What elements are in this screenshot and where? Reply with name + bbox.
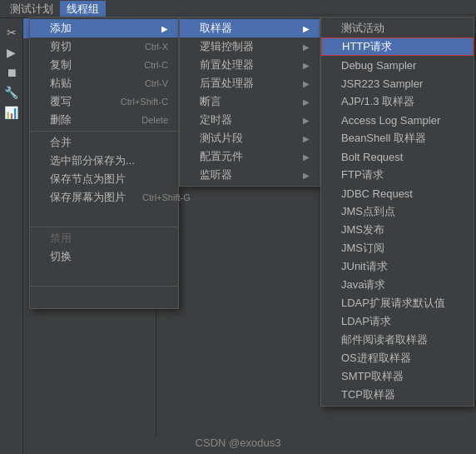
menu-l2-arrow-2: ▶ [303,61,310,70]
menu-l1-item-disable[interactable]: 切换 [30,247,178,266]
menu-l1-item-overwrite[interactable]: 覆写 Ctrl+Shift-C [30,92,178,111]
menu-l3-item-smtp[interactable]: SMTP取样器 [321,367,474,386]
menu-l2-arrow-4: ▶ [303,97,310,107]
menubar-item-0[interactable]: 测试计划 [3,1,60,17]
menu-l1-item-paste[interactable]: 粘贴 Ctrl-V [30,74,178,92]
toolbar-chart-icon[interactable]: 📊 [2,103,21,122]
menu-l2-item-pre[interactable]: 前置处理器 ▶ [180,56,320,74]
context-menu-l2: 取样器 ▶ 逻辑控制器 ▶ 前置处理器 ▶ 后置处理器 ▶ 断言 ▶ 定时器 ▶… [179,17,320,187]
menu-l1-item-help[interactable] [30,288,178,307]
menu-l3-item-ldap-ext[interactable]: LDAP扩展请求默认值 [321,294,474,312]
menu-l2-arrow-0: ▶ [303,24,310,33]
menu-l2-item-listener[interactable]: 监听器 ▶ [180,166,320,184]
menu-l3-item-java[interactable]: Java请求 [321,276,474,294]
menubar-item-1[interactable]: 线程组 [60,1,106,17]
menu-l2-arrow-7: ▶ [303,152,310,162]
toolbar-cut-icon[interactable]: ✂ [2,23,21,42]
menu-l2-item-assert[interactable]: 断言 ▶ [180,92,320,111]
toolbar-stop-icon[interactable]: ⏹ [2,63,21,82]
menu-l2-item-sampler[interactable]: 取样器 ▶ [180,19,320,37]
app-background: 测试计划 测试计划 线程组 ⚙ ✂ ▶ ⏹ 🔧 📊 ⚙ 线程组 ⚙ 线程组 线程… [0,0,476,454]
menu-l3-item-testaction[interactable]: 测试活动 [321,19,474,37]
menu-l3-item-jdbc[interactable]: JDBC Request [321,184,474,202]
menu-l3-item-beanshell[interactable]: BeanShell 取样器 [321,129,474,147]
watermark: CSDN @exodus3 [196,437,281,449]
menu-l2-item-timer[interactable]: 定时器 ▶ [180,111,320,129]
menu-l2-item-config[interactable]: 配置元件 ▶ [180,147,320,166]
menu-l1-item-copy[interactable]: 复制 Ctrl-C [30,56,178,74]
menu-l3-item-jsr223[interactable]: JSR223 Sampler [321,74,474,92]
left-toolbar: ⚙ ✂ ▶ ⏹ 🔧 📊 [0,0,23,454]
context-menu-l3: 测试活动 HTTP请求 Debug Sampler JSR223 Sampler… [320,17,474,407]
menu-l2-arrow-3: ▶ [303,79,310,88]
menu-l3-item-os[interactable]: OS进程取样器 [321,349,474,367]
menu-l2-item-logic[interactable]: 逻辑控制器 ▶ [180,37,320,56]
menu-l2-arrow-8: ▶ [303,171,310,180]
menu-l1-item-open[interactable]: 合并 [30,133,178,152]
menu-l1-separator-2 [30,227,178,227]
toolbar-tool-icon[interactable]: 🔧 [2,83,21,102]
menu-l1-item-save-node-img[interactable]: 保存屏幕为图片 Ctrl+Shift-G [30,188,178,207]
menu-l3-item-ldap[interactable]: LDAP请求 [321,312,474,331]
menu-l3-item-ajp[interactable]: AJP/1.3 取样器 [321,92,474,111]
menu-l1-separator-1 [30,131,178,132]
menu-l1-item-save-selected[interactable]: 保存节点为图片 [30,170,178,188]
menu-l1-item-cut[interactable]: 剪切 Ctrl-X [30,37,178,56]
menu-l3-item-http[interactable]: HTTP请求 [321,37,474,56]
menu-l1-item-enable: 禁用 [30,229,178,247]
menu-l3-item-bolt[interactable]: Bolt Request [321,147,474,166]
menu-l2-arrow-1: ▶ [303,42,310,52]
menu-l3-item-ftp[interactable]: FTP请求 [321,166,474,184]
menu-l3-item-jms-sub[interactable]: JMS订阅 [321,239,474,257]
menu-l2-arrow-5: ▶ [303,116,310,125]
menu-l2-arrow-6: ▶ [303,134,310,143]
menu-l2-item-post[interactable]: 后置处理器 ▶ [180,74,320,92]
menu-l3-item-accesslog[interactable]: Access Log Sampler [321,111,474,129]
app-menubar: 测试计划 线程组 [0,0,476,18]
menu-l3-item-jms-point[interactable]: JMS点到点 [321,202,474,221]
menu-l1-item-delete[interactable]: 删除 Delete [30,111,178,129]
menu-l3-item-tcp[interactable]: TCP取样器 [321,386,474,404]
toolbar-run-icon[interactable]: ▶ [2,43,21,62]
menu-l3-item-junit[interactable]: JUnit请求 [321,257,474,276]
menu-l3-item-jms-pub[interactable]: JMS发布 [321,221,474,239]
menu-l1-item-add[interactable]: 添加 ▶ [30,19,178,37]
menu-l1-arrow-0: ▶ [161,24,168,33]
context-menu-l1: 添加 ▶ 剪切 Ctrl-X 复制 Ctrl-C 粘贴 Ctrl-V 覆写 Ct… [29,17,179,309]
menu-l1-separator-3 [30,286,178,287]
menu-l1-item-save-screen-img[interactable] [30,207,178,225]
menu-l3-item-debug[interactable]: Debug Sampler [321,56,474,74]
menu-l3-item-mail[interactable]: 邮件阅读者取样器 [321,331,474,349]
menu-l1-item-toggle[interactable] [30,266,178,284]
menu-l1-item-merge[interactable]: 选中部分保存为... [30,152,178,170]
menu-l2-item-testfrag[interactable]: 测试片段 ▶ [180,129,320,147]
